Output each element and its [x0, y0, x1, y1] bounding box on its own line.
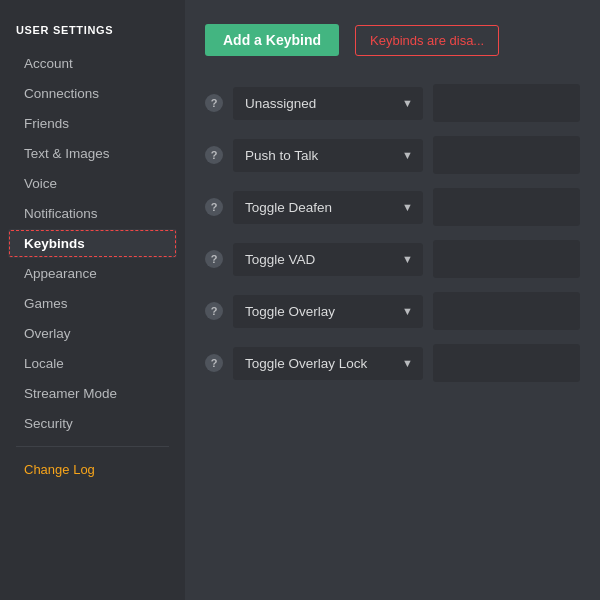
- keybind-dropdown-text: Toggle Deafen: [245, 200, 396, 215]
- keybind-dropdown-text: Unassigned: [245, 96, 396, 111]
- keybind-value-box[interactable]: [433, 240, 580, 278]
- sidebar-divider: [16, 446, 169, 447]
- sidebar-item-streamer-mode[interactable]: Streamer Mode: [8, 379, 177, 408]
- keybind-row: ?Push to Talk▼: [205, 136, 580, 174]
- chevron-down-icon: ▼: [402, 253, 413, 265]
- keybind-row: ?Toggle Overlay▼: [205, 292, 580, 330]
- keybind-dropdown[interactable]: Toggle Deafen▼: [233, 191, 423, 224]
- keybind-row: ?Unassigned▼: [205, 84, 580, 122]
- keybind-row: ?Toggle VAD▼: [205, 240, 580, 278]
- keybind-dropdown-text: Push to Talk: [245, 148, 396, 163]
- sidebar-item-label-streamer-mode: Streamer Mode: [24, 386, 117, 401]
- sidebar-item-label-games: Games: [24, 296, 68, 311]
- sidebar-item-label-friends: Friends: [24, 116, 69, 131]
- main-content: Add a Keybind Keybinds are disa... ?Unas…: [185, 0, 600, 600]
- sidebar-item-label-notifications: Notifications: [24, 206, 98, 221]
- keybind-value-box[interactable]: [433, 188, 580, 226]
- keybind-dropdown[interactable]: Unassigned▼: [233, 87, 423, 120]
- keybind-row: ?Toggle Deafen▼: [205, 188, 580, 226]
- sidebar-title: USER SETTINGS: [0, 16, 185, 48]
- keybind-value-box[interactable]: [433, 292, 580, 330]
- keybind-value-box[interactable]: [433, 136, 580, 174]
- sidebar-item-label-voice: Voice: [24, 176, 57, 191]
- sidebar-item-friends[interactable]: Friends: [8, 109, 177, 138]
- keybind-dropdown-text: Toggle VAD: [245, 252, 396, 267]
- keybind-dropdown-text: Toggle Overlay Lock: [245, 356, 396, 371]
- help-icon[interactable]: ?: [205, 146, 223, 164]
- sidebar-item-text-images[interactable]: Text & Images: [8, 139, 177, 168]
- help-icon[interactable]: ?: [205, 354, 223, 372]
- sidebar-item-overlay[interactable]: Overlay: [8, 319, 177, 348]
- sidebar-item-label-text-images: Text & Images: [24, 146, 110, 161]
- help-icon[interactable]: ?: [205, 250, 223, 268]
- sidebar-item-label-connections: Connections: [24, 86, 99, 101]
- sidebar-item-account[interactable]: Account: [8, 49, 177, 78]
- sidebar-changelog[interactable]: Change Log: [8, 455, 177, 484]
- sidebar-item-voice[interactable]: Voice: [8, 169, 177, 198]
- sidebar-item-label-keybinds: Keybinds: [24, 236, 85, 251]
- sidebar-item-notifications[interactable]: Notifications: [8, 199, 177, 228]
- chevron-down-icon: ▼: [402, 97, 413, 109]
- help-icon[interactable]: ?: [205, 94, 223, 112]
- sidebar-item-locale[interactable]: Locale: [8, 349, 177, 378]
- sidebar-item-games[interactable]: Games: [8, 289, 177, 318]
- sidebar-item-connections[interactable]: Connections: [8, 79, 177, 108]
- chevron-down-icon: ▼: [402, 357, 413, 369]
- sidebar-item-label-security: Security: [24, 416, 73, 431]
- keybind-value-box[interactable]: [433, 344, 580, 382]
- keybind-dropdown[interactable]: Toggle Overlay▼: [233, 295, 423, 328]
- chevron-down-icon: ▼: [402, 149, 413, 161]
- sidebar-item-appearance[interactable]: Appearance: [8, 259, 177, 288]
- top-bar: Add a Keybind Keybinds are disa...: [205, 24, 580, 56]
- keybind-value-box[interactable]: [433, 84, 580, 122]
- sidebar-item-security[interactable]: Security: [8, 409, 177, 438]
- keybind-dropdown[interactable]: Push to Talk▼: [233, 139, 423, 172]
- sidebar-item-label-account: Account: [24, 56, 73, 71]
- keybinds-disabled-badge: Keybinds are disa...: [355, 25, 499, 56]
- sidebar-item-keybinds[interactable]: Keybinds: [8, 229, 177, 258]
- chevron-down-icon: ▼: [402, 201, 413, 213]
- sidebar-item-label-overlay: Overlay: [24, 326, 71, 341]
- sidebar-item-label-appearance: Appearance: [24, 266, 97, 281]
- keybind-row: ?Toggle Overlay Lock▼: [205, 344, 580, 382]
- keybind-dropdown[interactable]: Toggle Overlay Lock▼: [233, 347, 423, 380]
- keybind-dropdown-text: Toggle Overlay: [245, 304, 396, 319]
- chevron-down-icon: ▼: [402, 305, 413, 317]
- keybind-dropdown[interactable]: Toggle VAD▼: [233, 243, 423, 276]
- sidebar: USER SETTINGS AccountConnectionsFriendsT…: [0, 0, 185, 600]
- sidebar-item-label-locale: Locale: [24, 356, 64, 371]
- add-keybind-button[interactable]: Add a Keybind: [205, 24, 339, 56]
- help-icon[interactable]: ?: [205, 302, 223, 320]
- help-icon[interactable]: ?: [205, 198, 223, 216]
